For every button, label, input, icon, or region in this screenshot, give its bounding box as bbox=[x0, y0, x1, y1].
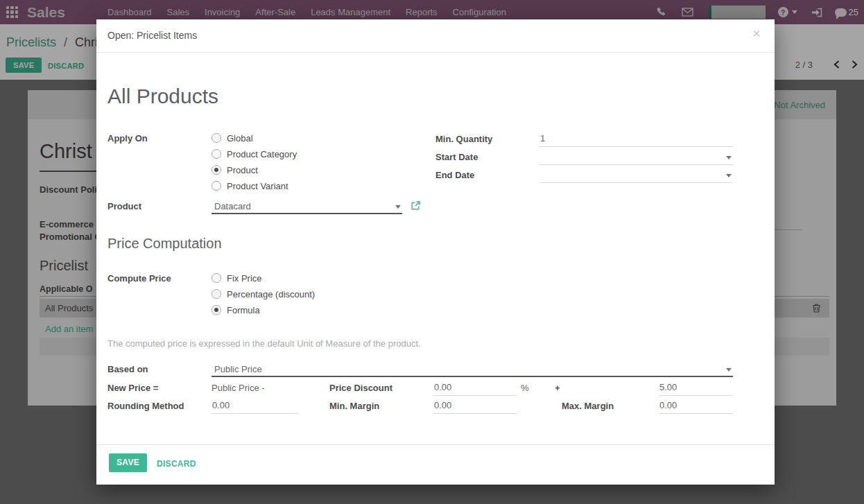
chevron-down-icon bbox=[726, 156, 732, 159]
radio-global[interactable]: Global bbox=[211, 131, 253, 145]
pricelist-items-modal: Open: Pricelist Items × All Products App… bbox=[96, 19, 775, 485]
based-on-label: Based on bbox=[107, 364, 148, 374]
external-link-icon[interactable] bbox=[411, 200, 421, 214]
percent-sign: % bbox=[521, 383, 529, 393]
rounding-method-input[interactable] bbox=[211, 399, 298, 414]
close-icon[interactable]: × bbox=[748, 26, 765, 41]
radio-fix-price-icon bbox=[211, 273, 221, 283]
modal-title: Open: Pricelist Items bbox=[107, 30, 197, 41]
radio-product[interactable]: Product bbox=[211, 163, 258, 177]
end-date-input[interactable] bbox=[539, 168, 733, 183]
radio-formula-icon bbox=[211, 305, 221, 315]
min-margin-label: Min. Margin bbox=[329, 401, 379, 411]
start-date-input[interactable] bbox=[539, 150, 733, 165]
price-surcharge-input[interactable] bbox=[659, 381, 733, 396]
modal-header: Open: Pricelist Items × bbox=[96, 19, 775, 53]
product-label: Product bbox=[107, 201, 141, 211]
price-discount-label: Price Discount bbox=[329, 383, 392, 393]
chevron-down-icon bbox=[395, 205, 401, 209]
modal-discard-button[interactable]: DISCARD bbox=[153, 455, 200, 471]
radio-percentage-discount-icon bbox=[211, 289, 221, 299]
min-quantity-label: Min. Quantity bbox=[435, 134, 492, 144]
radio-formula[interactable]: Formula bbox=[211, 303, 260, 317]
screen: Sales Dashboard Sales Invoicing After-Sa… bbox=[0, 0, 864, 504]
radio-product-variant[interactable]: Product Variant bbox=[211, 179, 288, 193]
min-quantity-input[interactable] bbox=[539, 132, 733, 147]
max-margin-input[interactable] bbox=[659, 399, 733, 414]
chevron-down-icon bbox=[726, 174, 732, 177]
modal-save-button[interactable]: SAVE bbox=[109, 453, 147, 472]
record-title: All Products bbox=[107, 85, 218, 108]
plus-sign: + bbox=[555, 383, 560, 393]
price-discount-input[interactable] bbox=[433, 381, 517, 396]
radio-global-icon bbox=[211, 133, 221, 143]
max-margin-label: Max. Margin bbox=[562, 401, 614, 411]
radio-product-icon bbox=[211, 165, 221, 175]
new-price-label: New Price = bbox=[107, 383, 158, 393]
product-select[interactable]: Datacard bbox=[211, 199, 402, 214]
start-date-label: Start Date bbox=[435, 152, 478, 162]
radio-fix-price[interactable]: Fix Price bbox=[211, 271, 262, 285]
chevron-down-icon bbox=[726, 368, 732, 372]
rounding-method-label: Rounding Method bbox=[107, 401, 184, 411]
based-on-select[interactable]: Public Price bbox=[211, 362, 733, 377]
price-computation-section-title: Price Computation bbox=[107, 236, 222, 252]
radio-product-category-icon bbox=[211, 149, 221, 159]
min-margin-input[interactable] bbox=[433, 399, 517, 414]
new-price-base-text: Public Price - bbox=[211, 383, 265, 393]
radio-product-variant-icon bbox=[211, 181, 221, 191]
radio-product-category[interactable]: Product Category bbox=[211, 147, 297, 161]
modal-footer-divider bbox=[96, 444, 775, 445]
end-date-label: End Date bbox=[435, 170, 474, 180]
apply-on-label: Apply On bbox=[107, 133, 148, 144]
radio-percentage-discount[interactable]: Percentage (discount) bbox=[211, 287, 315, 301]
compute-price-label: Compute Price bbox=[107, 273, 171, 284]
uom-note: The computed price is expressed in the d… bbox=[107, 338, 421, 349]
